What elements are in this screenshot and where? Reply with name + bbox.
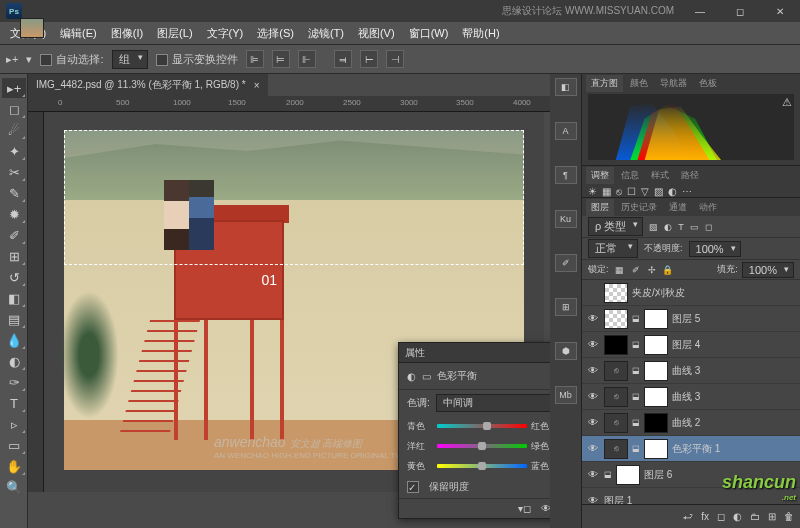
layer-visibility-icon[interactable]: 👁 bbox=[586, 443, 600, 454]
layer-row[interactable]: 👁 ⎋ ⬓ 曲线 3 bbox=[582, 358, 800, 384]
menu-edit[interactable]: 编辑(E) bbox=[54, 24, 103, 43]
layer-mask-thumbnail[interactable] bbox=[644, 413, 668, 433]
pen-tool[interactable]: ✑ bbox=[2, 372, 26, 392]
lock-all-icon[interactable]: 🔒 bbox=[661, 263, 675, 277]
gradient-tool[interactable]: ▤ bbox=[2, 309, 26, 329]
slider-yellow-blue[interactable] bbox=[437, 464, 527, 468]
stamp-tool[interactable]: ⊞ bbox=[2, 246, 26, 266]
tab-navigator[interactable]: 导航器 bbox=[655, 75, 692, 92]
menu-view[interactable]: 视图(V) bbox=[352, 24, 401, 43]
strip-icon-2[interactable]: A bbox=[555, 122, 577, 140]
tool-preset-dropdown[interactable]: ▾ bbox=[26, 53, 32, 66]
dodge-tool[interactable]: ◐ bbox=[2, 351, 26, 371]
maximize-button[interactable]: ◻ bbox=[726, 3, 754, 19]
view-prev-icon[interactable]: 👁 bbox=[541, 503, 550, 514]
layer-mask-thumbnail[interactable] bbox=[644, 361, 668, 381]
clip-icon[interactable]: ▾◻ bbox=[518, 503, 531, 514]
layer-name-label[interactable]: 图层 4 bbox=[672, 338, 796, 352]
adj-curves-icon[interactable]: ⎋ bbox=[616, 186, 622, 197]
layer-row[interactable]: 👁 ⬓ 图层 5 bbox=[582, 306, 800, 332]
layer-row[interactable]: 👁 ⎋ ⬓ 色彩平衡 1 bbox=[582, 436, 800, 462]
strip-icon-6[interactable]: ⊞ bbox=[555, 298, 577, 316]
layer-mask-thumbnail[interactable] bbox=[616, 465, 640, 485]
fill-input[interactable]: 100% bbox=[742, 262, 794, 278]
layer-fx-icon[interactable]: fx bbox=[701, 511, 709, 522]
layer-visibility-icon[interactable]: 👁 bbox=[586, 495, 600, 504]
menu-help[interactable]: 帮助(H) bbox=[456, 24, 505, 43]
layer-name-label[interactable]: 图层 5 bbox=[672, 312, 796, 326]
tab-histogram[interactable]: 直方图 bbox=[586, 75, 623, 92]
tab-swatches[interactable]: 色板 bbox=[694, 75, 722, 92]
new-adj-icon[interactable]: ◐ bbox=[733, 511, 742, 522]
layer-row[interactable]: 👁 ⬓ 图层 4 bbox=[582, 332, 800, 358]
layer-thumbnail[interactable]: ⎋ bbox=[604, 387, 628, 407]
path-tool[interactable]: ▹ bbox=[2, 414, 26, 434]
layer-thumbnail[interactable] bbox=[604, 335, 628, 355]
align-icon-2[interactable]: ⊨ bbox=[272, 50, 290, 68]
tone-dropdown[interactable]: 中间调 bbox=[436, 394, 550, 412]
hand-tool[interactable]: ✋ bbox=[2, 456, 26, 476]
layer-link-icon[interactable]: ⬓ bbox=[632, 392, 640, 401]
new-layer-icon[interactable]: ⊞ bbox=[768, 511, 776, 522]
preserve-luminosity-checkbox[interactable] bbox=[407, 481, 419, 493]
lasso-tool[interactable]: ☄ bbox=[2, 120, 26, 140]
wand-tool[interactable]: ✦ bbox=[2, 141, 26, 161]
lock-trans-icon[interactable]: ▦ bbox=[613, 263, 627, 277]
layer-thumbnail[interactable]: ⎋ bbox=[604, 439, 628, 459]
tab-info[interactable]: 信息 bbox=[616, 167, 644, 184]
adj-levels-icon[interactable]: ▦ bbox=[602, 186, 611, 197]
tab-color[interactable]: 颜色 bbox=[625, 75, 653, 92]
layer-link-icon[interactable]: ⬓ bbox=[632, 314, 640, 323]
move-tool-icon[interactable]: ▸+ bbox=[6, 53, 18, 66]
new-group-icon[interactable]: 🗀 bbox=[750, 511, 760, 522]
mask-icon[interactable]: ▭ bbox=[422, 371, 431, 382]
adj-brightness-icon[interactable]: ☀ bbox=[588, 186, 597, 197]
auto-select-checkbox[interactable] bbox=[40, 54, 52, 66]
layer-mask-icon[interactable]: ◻ bbox=[717, 511, 725, 522]
layer-thumbnail[interactable]: ⎋ bbox=[604, 361, 628, 381]
tab-adjustments[interactable]: 调整 bbox=[586, 167, 614, 184]
menu-filter[interactable]: 滤镜(T) bbox=[302, 24, 350, 43]
tab-close-icon[interactable]: × bbox=[254, 80, 260, 91]
layer-mask-thumbnail[interactable] bbox=[644, 309, 668, 329]
tab-history[interactable]: 历史记录 bbox=[616, 199, 662, 216]
strip-icon-5[interactable]: ✐ bbox=[555, 254, 577, 272]
document-tab[interactable]: IMG_4482.psd @ 11.3% (色彩平衡 1, RGB/8) * × bbox=[28, 74, 268, 96]
layer-name-label[interactable]: 曲线 3 bbox=[672, 390, 796, 404]
type-tool[interactable]: T bbox=[2, 393, 26, 413]
layer-visibility-icon[interactable]: 👁 bbox=[586, 391, 600, 402]
delete-layer-icon[interactable]: 🗑 bbox=[784, 511, 794, 522]
layer-thumbnail[interactable] bbox=[604, 283, 628, 303]
tab-layers[interactable]: 图层 bbox=[586, 199, 614, 216]
slider-magenta-green[interactable] bbox=[437, 444, 527, 448]
filter-adj-icon[interactable]: ◐ bbox=[664, 222, 672, 232]
align-icon-4[interactable]: ⫤ bbox=[334, 50, 352, 68]
align-icon-6[interactable]: ⊣ bbox=[386, 50, 404, 68]
layer-visibility-icon[interactable]: 👁 bbox=[586, 417, 600, 428]
layer-link-icon[interactable]: ⬓ bbox=[632, 418, 640, 427]
menu-window[interactable]: 窗口(W) bbox=[403, 24, 455, 43]
adj-vibrance-icon[interactable]: ▽ bbox=[641, 186, 649, 197]
tab-actions[interactable]: 动作 bbox=[694, 199, 722, 216]
move-tool[interactable]: ▸+ bbox=[2, 78, 26, 98]
eyedropper-tool[interactable]: ✎ bbox=[2, 183, 26, 203]
adj-exposure-icon[interactable]: ☐ bbox=[627, 186, 636, 197]
link-layers-icon[interactable]: ⮐ bbox=[683, 511, 693, 522]
layer-thumbnail[interactable] bbox=[604, 309, 628, 329]
align-icon-1[interactable]: ⊫ bbox=[246, 50, 264, 68]
layer-thumbnail[interactable]: ⎋ bbox=[604, 413, 628, 433]
align-icon-5[interactable]: ⊢ bbox=[360, 50, 378, 68]
lock-pixel-icon[interactable]: ✐ bbox=[629, 263, 643, 277]
eraser-tool[interactable]: ◧ bbox=[2, 288, 26, 308]
adj-bw-icon[interactable]: ◐ bbox=[668, 186, 677, 197]
minimize-button[interactable]: — bbox=[686, 3, 714, 19]
layer-link-icon[interactable]: ⬓ bbox=[604, 470, 612, 479]
layer-mask-thumbnail[interactable] bbox=[644, 439, 668, 459]
auto-select-target-dropdown[interactable]: 组 bbox=[112, 50, 148, 69]
strip-icon-7[interactable]: ⬢ bbox=[555, 342, 577, 360]
layer-row[interactable]: 👁 ⎋ ⬓ 曲线 2 bbox=[582, 410, 800, 436]
layer-mask-thumbnail[interactable] bbox=[644, 335, 668, 355]
ruler-vertical[interactable] bbox=[28, 112, 44, 492]
layer-row[interactable]: 夹皮/刈秋皮 bbox=[582, 280, 800, 306]
layer-link-icon[interactable]: ⬓ bbox=[632, 366, 640, 375]
